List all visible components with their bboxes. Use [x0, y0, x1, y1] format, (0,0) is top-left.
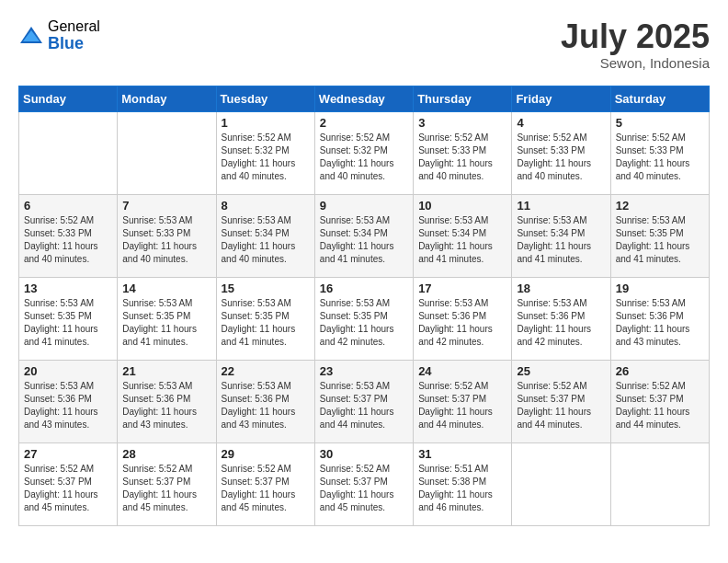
day-number: 9: [320, 199, 408, 213]
day-number: 8: [222, 199, 310, 213]
calendar-week-3: 13Sunrise: 5:53 AM Sunset: 5:35 PM Dayli…: [19, 277, 710, 360]
logo-text: General Blue: [48, 18, 100, 52]
day-number: 11: [517, 199, 605, 213]
page-header: General Blue July 2025 Sewon, Indonesia: [18, 18, 710, 71]
calendar-cell: [19, 111, 118, 194]
calendar-cell: 30Sunrise: 5:52 AM Sunset: 5:37 PM Dayli…: [314, 442, 413, 525]
calendar-cell: [610, 442, 709, 525]
day-number: 12: [616, 199, 704, 213]
calendar-cell: 29Sunrise: 5:52 AM Sunset: 5:37 PM Dayli…: [216, 442, 314, 525]
day-info: Sunrise: 5:52 AM Sunset: 5:32 PM Dayligh…: [320, 132, 408, 183]
calendar-header-row: SundayMondayTuesdayWednesdayThursdayFrid…: [19, 86, 710, 111]
calendar-week-2: 6Sunrise: 5:52 AM Sunset: 5:33 PM Daylig…: [19, 194, 710, 277]
day-number: 21: [122, 364, 210, 378]
calendar-cell: 19Sunrise: 5:53 AM Sunset: 5:36 PM Dayli…: [610, 277, 709, 360]
day-info: Sunrise: 5:52 AM Sunset: 5:37 PM Dayligh…: [517, 380, 605, 431]
day-number: 25: [517, 364, 605, 378]
day-info: Sunrise: 5:53 AM Sunset: 5:36 PM Dayligh…: [222, 380, 310, 431]
calendar-header-wednesday: Wednesday: [314, 86, 413, 111]
day-info: Sunrise: 5:52 AM Sunset: 5:33 PM Dayligh…: [24, 214, 112, 266]
calendar-body: 1Sunrise: 5:52 AM Sunset: 5:32 PM Daylig…: [19, 111, 710, 525]
logo-general: General: [48, 18, 100, 35]
calendar-cell: 21Sunrise: 5:53 AM Sunset: 5:36 PM Dayli…: [118, 360, 216, 442]
day-number: 19: [616, 282, 704, 295]
calendar-cell: 27Sunrise: 5:52 AM Sunset: 5:37 PM Dayli…: [19, 442, 118, 525]
day-info: Sunrise: 5:52 AM Sunset: 5:33 PM Dayligh…: [418, 132, 506, 183]
day-info: Sunrise: 5:52 AM Sunset: 5:32 PM Dayligh…: [222, 132, 310, 183]
day-number: 10: [418, 199, 506, 213]
day-number: 4: [517, 116, 605, 130]
calendar-cell: 20Sunrise: 5:53 AM Sunset: 5:36 PM Dayli…: [19, 360, 118, 442]
calendar-cell: 11Sunrise: 5:53 AM Sunset: 5:34 PM Dayli…: [512, 194, 610, 277]
calendar-cell: 12Sunrise: 5:53 AM Sunset: 5:35 PM Dayli…: [610, 194, 709, 277]
day-number: 5: [616, 116, 704, 130]
day-number: 20: [24, 364, 112, 378]
calendar-header-saturday: Saturday: [610, 86, 709, 111]
calendar-cell: 23Sunrise: 5:53 AM Sunset: 5:37 PM Dayli…: [314, 360, 413, 442]
calendar-cell: 24Sunrise: 5:52 AM Sunset: 5:37 PM Dayli…: [414, 360, 512, 442]
calendar-header-tuesday: Tuesday: [216, 86, 314, 111]
day-number: 17: [418, 282, 506, 295]
calendar-cell: 26Sunrise: 5:52 AM Sunset: 5:37 PM Dayli…: [610, 360, 709, 442]
day-info: Sunrise: 5:53 AM Sunset: 5:36 PM Dayligh…: [24, 380, 112, 431]
day-info: Sunrise: 5:52 AM Sunset: 5:37 PM Dayligh…: [24, 463, 112, 514]
day-number: 15: [222, 282, 310, 295]
calendar-week-5: 27Sunrise: 5:52 AM Sunset: 5:37 PM Dayli…: [19, 442, 710, 525]
calendar-cell: 5Sunrise: 5:52 AM Sunset: 5:33 PM Daylig…: [610, 111, 709, 194]
calendar-cell: 25Sunrise: 5:52 AM Sunset: 5:37 PM Dayli…: [512, 360, 610, 442]
day-info: Sunrise: 5:51 AM Sunset: 5:38 PM Dayligh…: [418, 463, 506, 514]
day-number: 30: [320, 447, 408, 461]
day-info: Sunrise: 5:52 AM Sunset: 5:37 PM Dayligh…: [222, 463, 310, 514]
title-block: July 2025 Sewon, Indonesia: [561, 18, 710, 71]
calendar-cell: 4Sunrise: 5:52 AM Sunset: 5:33 PM Daylig…: [512, 111, 610, 194]
logo: General Blue: [18, 18, 100, 52]
calendar-cell: 15Sunrise: 5:53 AM Sunset: 5:35 PM Dayli…: [216, 277, 314, 360]
calendar-cell: 14Sunrise: 5:53 AM Sunset: 5:35 PM Dayli…: [118, 277, 216, 360]
day-number: 14: [122, 282, 210, 295]
day-info: Sunrise: 5:52 AM Sunset: 5:37 PM Dayligh…: [320, 463, 408, 514]
day-number: 3: [418, 116, 506, 130]
calendar-cell: 2Sunrise: 5:52 AM Sunset: 5:32 PM Daylig…: [314, 111, 413, 194]
day-number: 22: [222, 364, 310, 378]
calendar-header-sunday: Sunday: [19, 86, 118, 111]
day-number: 1: [222, 116, 310, 130]
calendar-week-4: 20Sunrise: 5:53 AM Sunset: 5:36 PM Dayli…: [19, 360, 710, 442]
calendar-week-1: 1Sunrise: 5:52 AM Sunset: 5:32 PM Daylig…: [19, 111, 710, 194]
day-info: Sunrise: 5:53 AM Sunset: 5:34 PM Dayligh…: [320, 214, 408, 266]
day-info: Sunrise: 5:53 AM Sunset: 5:34 PM Dayligh…: [418, 214, 506, 266]
day-number: 31: [418, 447, 506, 461]
location: Sewon, Indonesia: [561, 55, 710, 71]
logo-icon: [18, 23, 44, 49]
day-number: 28: [122, 447, 210, 461]
calendar-cell: 1Sunrise: 5:52 AM Sunset: 5:32 PM Daylig…: [216, 111, 314, 194]
day-number: 27: [24, 447, 112, 461]
day-info: Sunrise: 5:53 AM Sunset: 5:35 PM Dayligh…: [122, 297, 210, 349]
logo-blue: Blue: [48, 35, 100, 53]
calendar-cell: [118, 111, 216, 194]
day-info: Sunrise: 5:53 AM Sunset: 5:36 PM Dayligh…: [122, 380, 210, 431]
calendar-cell: [512, 442, 610, 525]
calendar-cell: 8Sunrise: 5:53 AM Sunset: 5:34 PM Daylig…: [216, 194, 314, 277]
month-title: July 2025: [561, 18, 710, 55]
day-number: 2: [320, 116, 408, 130]
calendar-cell: 6Sunrise: 5:52 AM Sunset: 5:33 PM Daylig…: [19, 194, 118, 277]
day-info: Sunrise: 5:53 AM Sunset: 5:36 PM Dayligh…: [418, 297, 506, 349]
calendar-cell: 10Sunrise: 5:53 AM Sunset: 5:34 PM Dayli…: [414, 194, 512, 277]
day-number: 23: [320, 364, 408, 378]
calendar: SundayMondayTuesdayWednesdayThursdayFrid…: [18, 86, 710, 526]
day-info: Sunrise: 5:53 AM Sunset: 5:35 PM Dayligh…: [24, 297, 112, 349]
day-info: Sunrise: 5:53 AM Sunset: 5:35 PM Dayligh…: [222, 297, 310, 349]
day-number: 24: [418, 364, 506, 378]
calendar-cell: 22Sunrise: 5:53 AM Sunset: 5:36 PM Dayli…: [216, 360, 314, 442]
day-info: Sunrise: 5:52 AM Sunset: 5:33 PM Dayligh…: [517, 132, 605, 183]
day-info: Sunrise: 5:53 AM Sunset: 5:35 PM Dayligh…: [616, 214, 704, 266]
calendar-cell: 28Sunrise: 5:52 AM Sunset: 5:37 PM Dayli…: [118, 442, 216, 525]
day-number: 6: [24, 199, 112, 213]
day-info: Sunrise: 5:53 AM Sunset: 5:34 PM Dayligh…: [517, 214, 605, 266]
day-info: Sunrise: 5:53 AM Sunset: 5:33 PM Dayligh…: [122, 214, 210, 266]
day-info: Sunrise: 5:52 AM Sunset: 5:33 PM Dayligh…: [616, 132, 704, 183]
day-number: 13: [24, 282, 112, 295]
day-info: Sunrise: 5:53 AM Sunset: 5:36 PM Dayligh…: [517, 297, 605, 349]
day-info: Sunrise: 5:52 AM Sunset: 5:37 PM Dayligh…: [616, 380, 704, 431]
day-info: Sunrise: 5:52 AM Sunset: 5:37 PM Dayligh…: [122, 463, 210, 514]
